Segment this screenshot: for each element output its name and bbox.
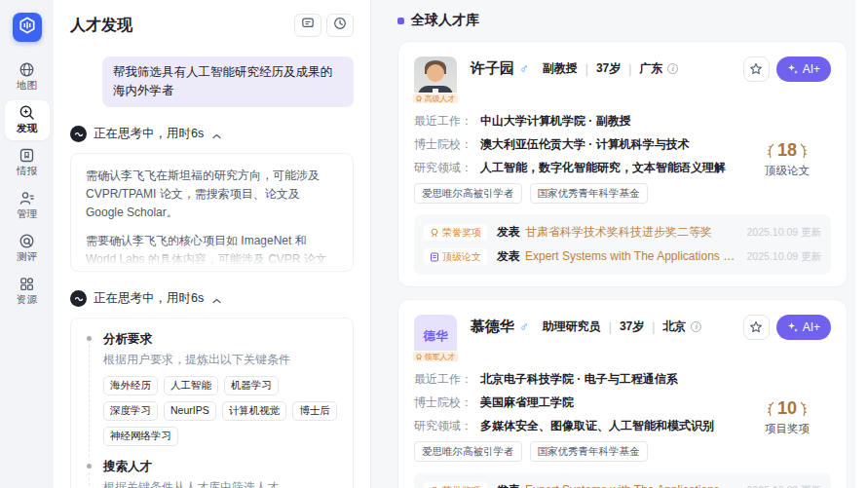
update-badge: 荣誉奖项 [424,482,487,488]
medal-icon [416,95,423,102]
update-prefix: 发表 [497,248,520,265]
sidebar-item-manage[interactable]: 管理 [5,186,50,226]
history-button[interactable] [326,14,354,37]
honor-tag: 爱思唯尔高被引学者 [414,183,522,204]
keyword-tag: 计算机视觉 [222,401,287,421]
person-title: 助理研究员 [543,319,601,335]
update-badge: 顶级论文 [424,248,487,265]
person-age: 37岁 [620,319,644,335]
talent-level-text: 高级人才 [425,94,456,104]
talent-level-badge: 高级人才 [412,93,460,104]
favorite-button[interactable] [743,315,770,340]
thinking-status-text: 正在思考中，用时6s [94,126,204,142]
update-row[interactable]: 顶级论文 发表 Expert Systems with The Applicat… [424,244,821,269]
ai-plus-button[interactable]: AI+ [776,56,831,82]
person-location: 北京 [662,319,686,335]
row-value: 北京电子科技学院 · 电子与工程通信系 [480,371,678,388]
person-name[interactable]: 慕德华 [471,318,514,336]
page-title: 人才发现 [70,16,132,36]
stat-label: 项目奖项 [765,422,810,436]
laurel-right-icon [800,143,808,159]
person-name[interactable]: 许子园 [471,59,514,78]
talent-card-1[interactable]: 高级人才 许子园 ♂ 副教授 | 37岁 | 广东 i [397,41,848,287]
fade-overlay [72,241,352,270]
app-logo[interactable] [13,13,42,42]
assess-icon [19,233,35,249]
person-age: 37岁 [596,60,621,77]
chevron-up-icon[interactable] [212,126,221,143]
update-row[interactable]: 荣誉奖项 发表 Expert Systems with The Applicat… [424,478,821,488]
info-row-phd: 博士院校： 澳大利亚伍伦贡大学 · 计算机科学与技术 [414,136,743,153]
title-bullet [397,18,404,24]
update-link[interactable]: Expert Systems with The Applications new… [525,482,737,488]
sidebar-item-label: 情报 [17,165,37,178]
globe-icon [19,61,35,78]
sidebar-item-resource[interactable]: 资源 [5,272,50,312]
reasoning-paragraph: 需确认李飞飞在斯坦福的研究方向，可能涉及 CVPR/TPAMI 论文，需搜索项目… [86,167,338,223]
update-link[interactable]: Expert Systems with The Applications new… [525,248,737,265]
row-value: 美国麻省理工学院 [480,394,574,411]
row-value: 中山大学计算机学院 · 副教授 [480,113,631,130]
favorite-button[interactable] [743,56,770,82]
thinking-status-row-2[interactable]: 正在思考中，用时6s [70,290,354,308]
row-value: 澳大利亚伍伦贡大学 · 计算机科学与技术 [480,136,690,153]
avatar-wrap: 高级人才 [414,56,457,99]
keyword-tag: 博士后 [292,401,337,421]
thinking-box-steps: 分析要求 根据用户要求，提炼出以下关键条件 海外经历 人工智能 机器学习 深度学… [70,318,354,488]
update-row[interactable]: 荣誉奖项 发表 甘肃省科学技术奖科技进步奖二等奖 2025.10.09 更新 [424,220,821,244]
sparkle-icon [787,63,799,75]
update-badge-label: 荣誉奖项 [442,484,481,488]
sidebar-item-label: 资源 [17,293,37,307]
laurel-right-icon [800,401,808,417]
info-icon[interactable]: i [667,63,678,74]
sidebar-item-map[interactable]: 地图 [5,57,50,97]
keyword-tags: 海外经历 人工智能 机器学习 深度学习 NeurIPS 计算机视觉 博士后 神经… [103,376,338,446]
talent-level-text: 领军人才 [425,352,456,362]
person-title: 副教授 [543,60,578,77]
honor-tags: 爱思唯尔高被引学者 国家优秀青年科学基金 [414,441,743,462]
step-title: 搜索人才 [103,459,338,475]
male-icon: ♂ [519,61,529,76]
info-icon[interactable]: i [691,321,701,332]
info-row-phd: 博士院校： 美国麻省理工学院 [414,394,743,411]
new-chat-button[interactable] [294,14,321,37]
star-icon [749,62,763,76]
keyword-tag: 海外经历 [103,376,158,395]
male-icon: ♂ [519,319,529,334]
ai-plus-label: AI+ [803,320,820,334]
discover-icon [19,104,35,121]
keyword-tag: 人工智能 [164,376,218,395]
sidebar-item-discover[interactable]: 发现 [5,100,50,140]
honor-tag: 国家优秀青年科学基金 [530,441,648,462]
left-sidebar: 地图 发现 情报 管理 测评 资源 [0,0,54,488]
ai-plus-button[interactable]: AI+ [776,315,831,340]
sidebar-item-label: 测评 [17,250,37,264]
sidebar-item-intel[interactable]: 情报 [5,143,50,183]
paper-icon [430,252,439,262]
stat-label: 顶级论文 [765,164,810,178]
thinking-status-row-1[interactable]: 正在思考中，用时6s [70,126,354,143]
chevron-up-icon[interactable] [212,290,221,308]
intel-icon [19,147,35,164]
person-location: 广东 [639,60,662,77]
clock-icon [333,17,347,34]
sparkle-icon [787,321,799,333]
row-label: 最近工作： [414,371,472,388]
info-row-field: 研究领域： 多媒体安全、图像取证、人工智能和模式识别 [414,418,743,434]
scrollbar-track[interactable] [855,0,868,488]
rail-nav: 地图 发现 情报 管理 测评 资源 [5,57,50,312]
star-icon [749,320,763,334]
row-label: 最近工作： [414,113,472,130]
stat-value: 18 [777,140,797,161]
app-window: 地图 发现 情报 管理 测评 资源 [0,0,868,488]
separator: | [628,62,631,76]
update-badge: 荣誉奖项 [424,224,487,241]
update-link[interactable]: 甘肃省科学技术奖科技进步奖二等奖 [525,224,737,241]
talent-card-2[interactable]: 德华 领军人才 慕德华 ♂ 助理研究员 | 37岁 | [397,299,848,488]
update-date: 2025.10.09 更新 [747,484,821,488]
sidebar-item-assess[interactable]: 测评 [5,229,50,269]
stat-value: 10 [777,398,797,419]
manage-icon [19,190,35,206]
info-row-job: 最近工作： 中山大学计算机学院 · 副教授 [414,113,743,130]
laurel-left-icon [767,143,774,159]
